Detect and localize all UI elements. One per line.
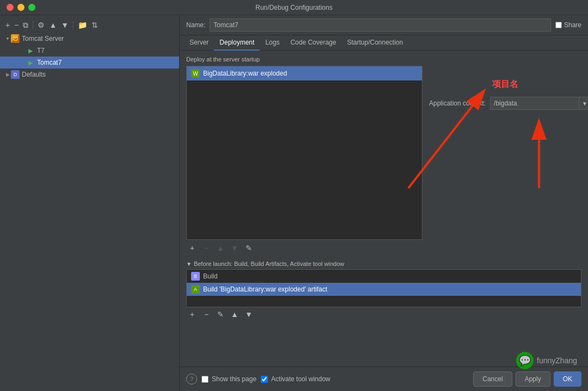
war-icon: W (191, 69, 200, 78)
share-label: Share (564, 21, 581, 29)
run-config-icon-2: ▶ (26, 58, 35, 67)
titlebar: Run/Debug Configurations (0, 0, 588, 15)
before-launch-item-label-2: Build 'BigDataLibrary:war exploded' arti… (203, 286, 327, 293)
deploy-down-button[interactable]: ▼ (229, 242, 241, 254)
sidebar-item-label: Tomcat Server (22, 35, 64, 42)
copy-config-button[interactable]: ⧉ (22, 21, 29, 29)
tab-server[interactable]: Server (184, 35, 214, 51)
sidebar-item-t7[interactable]: ▶ T7 (0, 45, 179, 57)
activate-tool-label: Activate tool window (271, 375, 330, 383)
artifact-icon: A (191, 285, 200, 294)
bl-remove-button[interactable]: − (200, 308, 212, 320)
close-button[interactable] (7, 4, 14, 11)
tomcat-server-icon: 🐱 (11, 34, 20, 43)
before-launch-header: ▼ Before launch: Build, Build Artifacts,… (186, 260, 581, 267)
before-launch-item-label: Build (203, 272, 218, 280)
annotation-label: 项目名 (492, 79, 518, 89)
wechat-icon: 💬 (516, 352, 534, 369)
bl-up-button[interactable]: ▲ (229, 308, 241, 320)
bottom-row: ? Show this page Activate tool window Ca… (180, 367, 588, 391)
cancel-button[interactable]: Cancel (473, 371, 512, 387)
sidebar-item-label: Defaults (22, 71, 46, 78)
ok-button[interactable]: OK (554, 371, 581, 387)
bl-add-button[interactable]: + (186, 308, 198, 320)
deploy-add-button[interactable]: + (186, 242, 198, 254)
bottom-buttons: Cancel Apply OK (473, 371, 581, 387)
sidebar-toolbar: + − ⧉ ⚙ ▲ ▼ 📁 ⇅ (0, 17, 179, 33)
remove-config-button[interactable]: − (13, 21, 20, 29)
app-context-input-wrap: ▼ (490, 97, 588, 110)
settings-button[interactable]: ⚙ (36, 21, 46, 29)
sidebar-item-label: Tomcat7 (37, 59, 62, 66)
deploy-area: W BigDataLibrary:war exploded + − ▲ ▼ ✎ (186, 66, 581, 256)
bl-edit-button[interactable]: ✎ (215, 308, 226, 320)
separator-1 (33, 21, 33, 29)
deploy-section-label: Deploy at the server startup (186, 56, 581, 63)
name-label: Name: (186, 21, 205, 29)
deploy-list-item[interactable]: W BigDataLibrary:war exploded (187, 66, 422, 80)
move-down-button[interactable]: ▼ (60, 21, 70, 29)
minimize-button[interactable] (17, 4, 24, 11)
tab-startup-connection[interactable]: Startup/Connection (341, 35, 408, 51)
deploy-up-button[interactable]: ▲ (215, 242, 226, 254)
sidebar-item-defaults[interactable]: D Defaults (0, 69, 179, 80)
name-row: Name: Share (180, 15, 588, 35)
tabs-row: Server Deployment Logs Code Coverage Sta… (180, 35, 588, 51)
before-launch-list: B Build A Build 'BigDataLibrary:war expl… (186, 269, 581, 307)
sidebar: + − ⧉ ⚙ ▲ ▼ 📁 ⇅ 🐱 Tomcat Server ▶ T7 ▶ T… (0, 15, 180, 391)
tab-deployment[interactable]: Deployment (214, 35, 260, 51)
before-launch-item-artifact[interactable]: A Build 'BigDataLibrary:war exploded' ar… (187, 283, 581, 296)
before-launch-item-build[interactable]: B Build (187, 270, 581, 283)
show-page-row: Show this page (201, 375, 256, 383)
content-area: Name: Share Server Deployment Logs Code … (180, 15, 588, 391)
maximize-button[interactable] (28, 4, 35, 11)
activate-tool-row: Activate tool window (261, 375, 330, 383)
folder-button[interactable]: 📁 (77, 21, 88, 29)
deploy-remove-button[interactable]: − (200, 242, 212, 254)
deploy-item-label: BigDataLibrary:war exploded (203, 70, 287, 77)
before-launch-toggle[interactable]: ▼ (186, 261, 192, 267)
sort-button[interactable]: ⇅ (90, 21, 99, 29)
share-checkbox[interactable] (555, 22, 562, 28)
main-layout: + − ⧉ ⚙ ▲ ▼ 📁 ⇅ 🐱 Tomcat Server ▶ T7 ▶ T… (0, 15, 588, 391)
app-context-row: Application context: ▼ (429, 97, 581, 110)
add-config-button[interactable]: + (4, 21, 11, 29)
deploy-list-toolbar: + − ▲ ▼ ✎ (186, 240, 422, 256)
move-up-button[interactable]: ▲ (48, 21, 58, 29)
run-config-icon: ▶ (26, 46, 35, 55)
deploy-list: W BigDataLibrary:war exploded (186, 66, 422, 240)
share-row: Share (555, 21, 581, 29)
name-input[interactable] (210, 18, 551, 32)
before-launch-label: Before launch: Build, Build Artifacts, A… (194, 260, 344, 267)
help-button[interactable]: ? (186, 374, 197, 384)
apply-button[interactable]: Apply (516, 371, 550, 387)
build-icon: B (191, 272, 200, 281)
sidebar-item-label: T7 (37, 47, 45, 54)
window-controls[interactable] (7, 4, 35, 11)
deploy-edit-button[interactable]: ✎ (243, 242, 255, 254)
separator-2 (73, 21, 74, 29)
spacer-icon-2 (20, 59, 26, 66)
defaults-icon: D (11, 70, 20, 79)
before-launch-section: ▼ Before launch: Build, Build Artifacts,… (186, 260, 581, 321)
chevron-right-icon (4, 71, 11, 78)
before-launch-toolbar: + − ✎ ▲ ▼ (186, 307, 581, 321)
app-context-dropdown[interactable]: ▼ (579, 97, 588, 110)
watermark: 💬 funnyZhang (516, 352, 577, 369)
show-page-label: Show this page (212, 375, 256, 383)
spacer-icon (20, 47, 26, 54)
watermark-text: funnyZhang (537, 356, 577, 365)
window-title: Run/Debug Configurations (255, 4, 332, 11)
chevron-down-icon (4, 35, 11, 42)
main-content: Deploy at the server startup W BigDataLi… (180, 51, 588, 367)
tab-logs[interactable]: Logs (260, 35, 285, 51)
sidebar-item-tomcat-server[interactable]: 🐱 Tomcat Server (0, 33, 179, 45)
bl-down-button[interactable]: ▼ (243, 308, 255, 320)
app-context-panel: 项目名 Application context: ▼ (429, 66, 581, 256)
activate-tool-checkbox[interactable] (261, 376, 268, 383)
sidebar-item-tomcat7[interactable]: ▶ Tomcat7 (0, 57, 179, 69)
tab-code-coverage[interactable]: Code Coverage (285, 35, 341, 51)
app-context-label: Application context: (429, 100, 486, 107)
app-context-input[interactable] (490, 97, 579, 110)
show-page-checkbox[interactable] (201, 376, 209, 383)
